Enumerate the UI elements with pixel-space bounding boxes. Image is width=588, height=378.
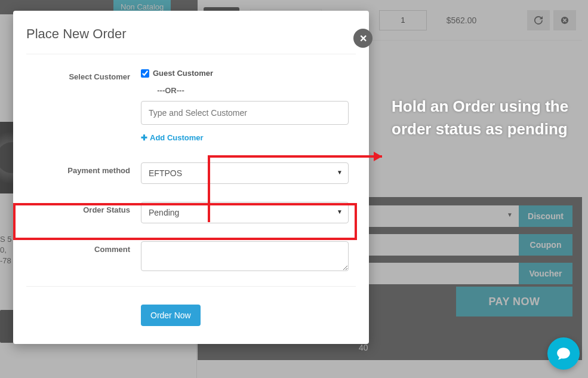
or-separator: ---OR--- [141,86,201,95]
payment-method-label: Payment method [26,162,141,184]
divider [26,286,356,287]
chat-icon [556,346,571,361]
divider [26,54,356,54]
order-status-select[interactable]: Pending [141,202,349,223]
guest-customer-text: Guest Customer [153,69,213,78]
comment-label: Comment [26,241,141,273]
close-icon[interactable]: ✕ [353,29,372,48]
payment-method-select[interactable]: EFTPOS [141,162,349,184]
payment-method-select-wrap: EFTPOS [141,162,349,184]
plus-icon: ✚ [141,133,147,142]
comment-textarea[interactable] [141,241,349,271]
guest-customer-checkbox-label[interactable]: Guest Customer [141,69,349,78]
annotation-text: Hold an Order using the order status as … [392,96,583,140]
comment-row: Comment [13,241,369,273]
guest-customer-checkbox[interactable] [141,69,149,78]
add-customer-link[interactable]: ✚ Add Customer [141,133,204,142]
chat-fab-button[interactable] [547,337,580,370]
modal-header: Place New Order ✕ [13,11,369,54]
modal-title: Place New Order [26,26,357,42]
customer-search-input[interactable] [141,101,349,125]
order-status-row: Order Status Pending [13,202,369,223]
order-status-label: Order Status [26,202,141,223]
select-customer-row: Select Customer Guest Customer ---OR--- … [13,69,369,142]
comment-field [141,241,349,273]
order-now-button[interactable]: Order Now [141,305,201,326]
select-customer-label: Select Customer [26,69,141,142]
place-order-modal: Place New Order ✕ Select Customer Guest … [13,11,369,344]
add-customer-text: Add Customer [150,133,204,142]
order-status-field: Pending [141,202,349,223]
select-customer-field: Guest Customer ---OR--- ✚ Add Customer [141,69,349,142]
order-status-select-wrap: Pending [141,202,349,223]
payment-method-field: EFTPOS [141,162,349,184]
payment-method-row: Payment method EFTPOS [13,162,369,184]
